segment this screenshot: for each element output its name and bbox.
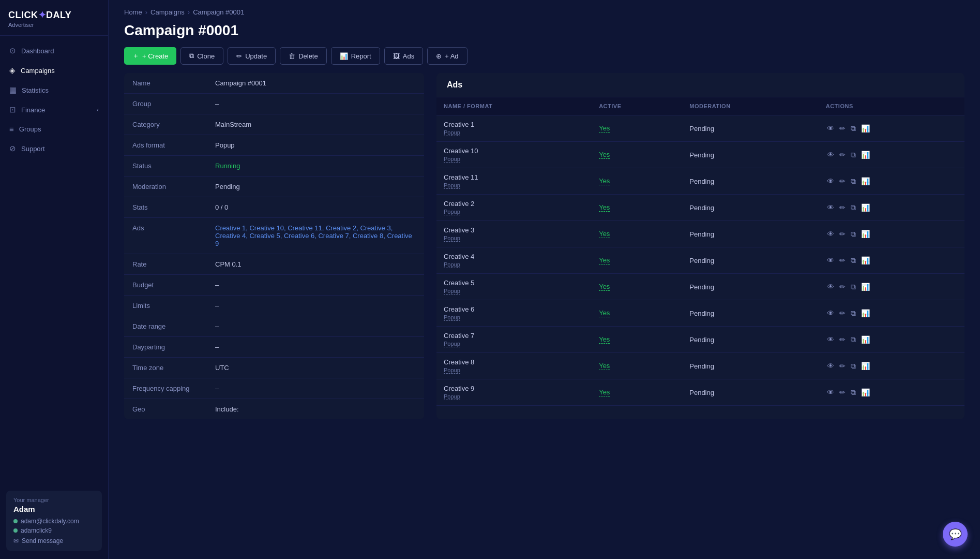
active-toggle-10[interactable]: Yes bbox=[599, 388, 610, 396]
table-row: Creative 7 Popup Yes Pending 👁 ✏ ⧉ 📊 bbox=[436, 327, 964, 353]
report-button[interactable]: 📊 Report bbox=[331, 47, 380, 65]
edit-icon-5[interactable]: ✏ bbox=[838, 255, 847, 266]
sidebar-item-finance[interactable]: ⊡ Finance ‹ bbox=[0, 100, 108, 120]
copy-icon-3[interactable]: ⧉ bbox=[850, 202, 857, 213]
edit-icon-4[interactable]: ✏ bbox=[838, 229, 847, 239]
chart-icon-2[interactable]: 📊 bbox=[860, 176, 871, 186]
active-toggle-1[interactable]: Yes bbox=[599, 151, 610, 159]
edit-icon-2[interactable]: ✏ bbox=[838, 176, 847, 186]
chart-icon-1[interactable]: 📊 bbox=[860, 150, 871, 160]
sidebar-item-campaigns[interactable]: ◈ Campaigns bbox=[0, 61, 108, 80]
view-icon-3[interactable]: 👁 bbox=[826, 202, 835, 213]
ad-link-creative10[interactable]: Creative 10 bbox=[249, 224, 283, 232]
chat-button[interactable]: 💬 bbox=[943, 522, 968, 547]
copy-icon-2[interactable]: ⧉ bbox=[850, 176, 857, 187]
logo-subtitle: Advertiser bbox=[8, 22, 100, 28]
ad-link-creative2[interactable]: Creative 2 bbox=[326, 224, 356, 232]
create-button[interactable]: ＋ + Create bbox=[124, 47, 176, 65]
copy-icon-4[interactable]: ⧉ bbox=[850, 229, 857, 240]
ad-link-creative6[interactable]: Creative 6 bbox=[284, 232, 314, 240]
edit-icon-8[interactable]: ✏ bbox=[838, 334, 847, 345]
ad-link-creative3[interactable]: Creative 3 bbox=[360, 224, 390, 232]
sidebar-item-statistics[interactable]: ▦ Statistics bbox=[0, 80, 108, 100]
cell-active-6: Yes bbox=[592, 274, 682, 300]
active-toggle-8[interactable]: Yes bbox=[599, 335, 610, 344]
active-toggle-9[interactable]: Yes bbox=[599, 362, 610, 370]
chart-icon-8[interactable]: 📊 bbox=[860, 334, 871, 345]
col-name: NAME / FORMAT bbox=[436, 97, 592, 115]
view-icon-5[interactable]: 👁 bbox=[826, 255, 835, 266]
ad-link-creative8[interactable]: Creative 8 bbox=[353, 232, 383, 240]
cell-active-7: Yes bbox=[592, 300, 682, 327]
copy-icon-1[interactable]: ⧉ bbox=[850, 150, 857, 160]
copy-icon-10[interactable]: ⧉ bbox=[850, 387, 857, 398]
edit-icon-3[interactable]: ✏ bbox=[838, 202, 847, 213]
view-icon-6[interactable]: 👁 bbox=[826, 282, 835, 292]
chat-icon: 💬 bbox=[949, 528, 962, 540]
cell-active-2: Yes bbox=[592, 168, 682, 195]
campaign-details: Name Campaign #0001 Group – Category Mai… bbox=[124, 73, 424, 419]
send-message-link[interactable]: ✉ Send message bbox=[13, 537, 95, 545]
chart-icon: 📊 bbox=[340, 52, 348, 60]
online-dot-2 bbox=[13, 528, 18, 533]
copy-icon-0[interactable]: ⧉ bbox=[850, 123, 857, 134]
active-toggle-4[interactable]: Yes bbox=[599, 230, 610, 238]
add-ad-button[interactable]: ⊕ + Ad bbox=[427, 47, 467, 65]
sidebar-item-groups[interactable]: ≡ Groups bbox=[0, 120, 108, 139]
active-toggle-7[interactable]: Yes bbox=[599, 309, 610, 317]
ads-button[interactable]: 🖼 Ads bbox=[384, 47, 423, 65]
ad-link-creative5[interactable]: Creative 5 bbox=[249, 232, 280, 240]
copy-icon-8[interactable]: ⧉ bbox=[850, 334, 857, 345]
view-icon-7[interactable]: 👁 bbox=[826, 308, 835, 318]
edit-icon-6[interactable]: ✏ bbox=[838, 282, 847, 292]
edit-icon-9[interactable]: ✏ bbox=[838, 361, 847, 371]
copy-icon-6[interactable]: ⧉ bbox=[850, 282, 857, 292]
copy-icon-7[interactable]: ⧉ bbox=[850, 308, 857, 319]
active-toggle-5[interactable]: Yes bbox=[599, 256, 610, 264]
manager-label: Your manager bbox=[13, 497, 95, 503]
chart-icon-7[interactable]: 📊 bbox=[860, 308, 871, 318]
view-icon-1[interactable]: 👁 bbox=[826, 150, 835, 160]
view-icon-10[interactable]: 👁 bbox=[826, 387, 835, 398]
detail-row-name: Name Campaign #0001 bbox=[124, 73, 424, 94]
main-content: Home › Campaigns › Campaign #0001 Campai… bbox=[109, 0, 980, 559]
active-toggle-0[interactable]: Yes bbox=[599, 124, 610, 133]
view-icon-2[interactable]: 👁 bbox=[826, 176, 835, 186]
chart-icon-4[interactable]: 📊 bbox=[860, 229, 871, 239]
ad-link-creative4[interactable]: Creative 4 bbox=[215, 232, 246, 240]
edit-icon-1[interactable]: ✏ bbox=[838, 150, 847, 160]
view-icon-0[interactable]: 👁 bbox=[826, 123, 835, 134]
clone-button[interactable]: ⧉ Clone bbox=[180, 47, 223, 65]
sidebar-item-dashboard[interactable]: ⊙ Dashboard bbox=[0, 41, 108, 61]
chart-icon-10[interactable]: 📊 bbox=[860, 387, 871, 398]
update-button[interactable]: ✏ Update bbox=[228, 47, 276, 65]
breadcrumb-campaigns[interactable]: Campaigns bbox=[150, 8, 185, 16]
chart-icon-5[interactable]: 📊 bbox=[860, 255, 871, 266]
ad-link-creative1[interactable]: Creative 1 bbox=[215, 224, 246, 232]
table-row: Creative 5 Popup Yes Pending 👁 ✏ ⧉ 📊 bbox=[436, 274, 964, 300]
edit-icon-7[interactable]: ✏ bbox=[838, 308, 847, 318]
edit-icon-10[interactable]: ✏ bbox=[838, 387, 847, 398]
chart-icon-0[interactable]: 📊 bbox=[860, 123, 871, 134]
copy-icon-5[interactable]: ⧉ bbox=[850, 255, 857, 266]
view-icon-4[interactable]: 👁 bbox=[826, 229, 835, 239]
active-toggle-6[interactable]: Yes bbox=[599, 283, 610, 291]
chart-icon-9[interactable]: 📊 bbox=[860, 361, 871, 371]
ad-link-creative7[interactable]: Creative 7 bbox=[318, 232, 349, 240]
cell-active-9: Yes bbox=[592, 353, 682, 379]
view-icon-9[interactable]: 👁 bbox=[826, 361, 835, 371]
active-toggle-3[interactable]: Yes bbox=[599, 203, 610, 212]
breadcrumb-home[interactable]: Home bbox=[124, 8, 142, 16]
copy-icon-9[interactable]: ⧉ bbox=[850, 361, 857, 372]
view-icon-8[interactable]: 👁 bbox=[826, 334, 835, 345]
sidebar-item-support[interactable]: ⊘ Support bbox=[0, 139, 108, 158]
chart-icon-6[interactable]: 📊 bbox=[860, 282, 871, 292]
chart-icon-3[interactable]: 📊 bbox=[860, 202, 871, 213]
delete-button[interactable]: 🗑 Delete bbox=[280, 47, 327, 65]
ad-link-creative11[interactable]: Creative 11 bbox=[288, 224, 322, 232]
active-toggle-2[interactable]: Yes bbox=[599, 177, 610, 185]
edit-icon-0[interactable]: ✏ bbox=[838, 123, 847, 134]
sidebar-item-label: Groups bbox=[19, 125, 41, 133]
cell-moderation-9: Pending bbox=[682, 353, 818, 379]
table-row: Creative 10 Popup Yes Pending 👁 ✏ ⧉ 📊 bbox=[436, 142, 964, 168]
